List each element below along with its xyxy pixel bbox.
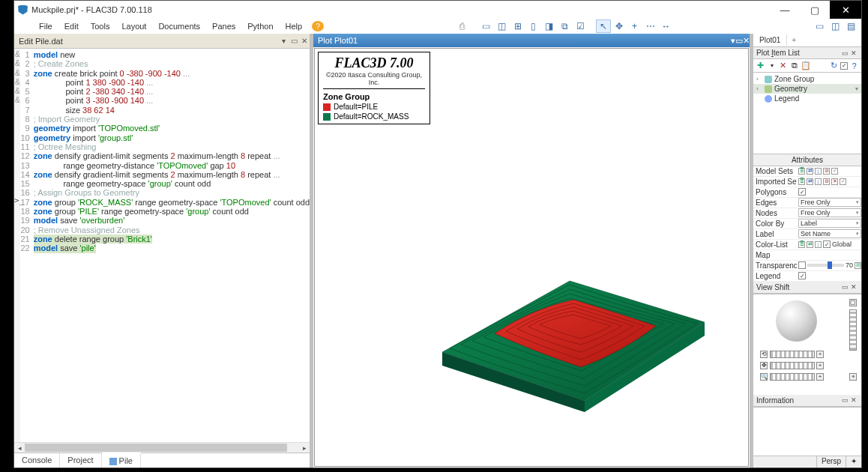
- attr-color-by[interactable]: Color ByLabel▾: [753, 219, 861, 229]
- panel-restore-icon[interactable]: ▭: [840, 283, 849, 291]
- panel-close-icon[interactable]: ✕: [849, 396, 858, 404]
- attr-imported-sets[interactable]: Imported Sets≣⇄↕⊘✕✓: [753, 177, 861, 187]
- menu-panes[interactable]: Panes: [206, 20, 241, 32]
- toolbar-more-icon[interactable]: ⋯: [643, 19, 658, 33]
- plot-tab-restore-icon[interactable]: ▭: [735, 36, 743, 46]
- view-vruler[interactable]: [849, 309, 857, 351]
- attr-transparency[interactable]: Transparency70⊞: [753, 261, 861, 271]
- tree-menu-icon[interactable]: ▾: [855, 85, 858, 92]
- scroll-right-icon[interactable]: ▸: [299, 443, 310, 453]
- rotate-plus-icon[interactable]: +: [816, 351, 824, 358]
- panel-restore-icon[interactable]: ▭: [840, 49, 849, 57]
- attr-map[interactable]: Map: [753, 250, 861, 261]
- editor-hscrollbar[interactable]: ◂ ▸: [14, 442, 310, 453]
- tab-project[interactable]: Project: [60, 453, 101, 468]
- menu-documents[interactable]: Documents: [152, 20, 206, 32]
- minimize-button[interactable]: —: [770, 1, 800, 19]
- right-tab-plot01[interactable]: Plot01: [753, 34, 787, 46]
- tab-console[interactable]: Console: [14, 453, 60, 468]
- plot-tab-close-icon[interactable]: ✕: [743, 36, 750, 46]
- panel-close-icon[interactable]: ✕: [849, 283, 858, 291]
- attr-polygons[interactable]: Polygons✓: [753, 187, 861, 198]
- view-rotate-ruler[interactable]: [770, 351, 815, 358]
- attr-color-list[interactable]: Color-List≣⇄↕✓Global: [753, 240, 861, 250]
- toolbar-layout7-icon[interactable]: ☑: [573, 19, 588, 33]
- panel-close-icon[interactable]: ✕: [849, 49, 858, 57]
- editor-tab-restore-icon[interactable]: ▭: [289, 37, 299, 45]
- help-icon[interactable]: ?: [312, 21, 324, 31]
- plot-legend: FLAC3D 7.00 ©2020 Itasca Consulting Grou…: [318, 52, 430, 124]
- code-editor[interactable]: & & & & & & 1 2 3 4 5 6 7 8 9 10 11 12 1…: [14, 49, 310, 442]
- plot-item-tree[interactable]: ›Zone Group ›Geometry▾ Legend: [753, 73, 861, 105]
- pan-plus-icon[interactable]: +: [816, 362, 824, 369]
- tool-refresh-icon[interactable]: ↻: [829, 61, 839, 70]
- information-header: Information: [756, 396, 794, 405]
- expand-icon[interactable]: ›: [756, 85, 762, 92]
- tool-delete-icon[interactable]: ✕: [778, 61, 788, 70]
- attr-legend[interactable]: Legend✓: [753, 271, 861, 282]
- tool-help-icon[interactable]: ?: [849, 61, 859, 70]
- tool-copy-icon[interactable]: ⧉: [789, 61, 799, 70]
- expand-icon[interactable]: ›: [756, 76, 762, 82]
- toolbar-layout1-icon[interactable]: ▭: [479, 19, 494, 33]
- scroll-thumb[interactable]: [25, 444, 287, 452]
- tool-paste-icon[interactable]: 📋: [801, 61, 810, 70]
- toolbar-add-icon[interactable]: +: [627, 19, 642, 33]
- toolbar-layout6-icon[interactable]: ⧉: [558, 19, 573, 33]
- plot-viewport[interactable]: FLAC3D 7.00 ©2020 Itasca Consulting Grou…: [314, 48, 749, 467]
- attr-edges[interactable]: EdgesFree Only▾: [753, 198, 861, 208]
- rotate-icon[interactable]: ⟲: [760, 351, 768, 358]
- toolbar-cursor-icon[interactable]: ↖: [596, 19, 611, 33]
- editor-tab-title[interactable]: Edit Pile.dat: [19, 37, 63, 46]
- menu-layout[interactable]: Layout: [115, 20, 152, 32]
- status-axes-icon[interactable]: ✦: [846, 456, 861, 468]
- attr-model-sets[interactable]: Model Sets≣⇄↕⊘✓: [753, 166, 861, 177]
- toolbar-layout5-icon[interactable]: ◨: [542, 19, 557, 33]
- view-zoom-ruler[interactable]: [770, 373, 815, 381]
- toolbar-print-icon[interactable]: ⎙: [455, 19, 470, 33]
- status-view-mode[interactable]: Persp: [816, 456, 846, 468]
- tool-add-icon[interactable]: ✚: [756, 61, 765, 70]
- zoom-icon[interactable]: 🔍: [760, 373, 768, 381]
- tree-geometry[interactable]: Geometry: [774, 85, 807, 93]
- menu-help[interactable]: Help: [280, 20, 309, 32]
- tool-dropdown-icon[interactable]: ▾: [767, 61, 777, 70]
- view-screenshot-icon[interactable]: ▢: [849, 299, 857, 306]
- pan-icon[interactable]: ✥: [760, 362, 768, 369]
- panel-restore-icon[interactable]: ▭: [840, 396, 849, 404]
- orbit-sphere[interactable]: [776, 300, 817, 342]
- prompt-indicator: >_: [14, 196, 24, 205]
- code-source[interactable]: model new ; Create Zones zone create bri…: [34, 49, 310, 442]
- attr-label[interactable]: LabelSet Name▾: [753, 229, 861, 240]
- close-button[interactable]: ✕: [830, 1, 861, 19]
- zoom-plus-icon[interactable]: +: [816, 373, 824, 381]
- tree-zone-group[interactable]: Zone Group: [774, 75, 814, 83]
- toolbar-layout3-icon[interactable]: ⊞: [510, 19, 525, 33]
- tree-legend[interactable]: Legend: [774, 94, 799, 103]
- plot-tab-title[interactable]: Plot Plot01: [318, 36, 358, 45]
- view-pan-ruler[interactable]: [770, 362, 815, 369]
- breakpoint-gutter[interactable]: & & & & & &: [14, 49, 20, 442]
- toolbar-pan-icon[interactable]: ✥: [612, 19, 627, 33]
- toolbar-measure-icon[interactable]: ↔: [659, 19, 674, 33]
- tool-checkbox[interactable]: ✓: [840, 62, 848, 70]
- maximize-button[interactable]: ▢: [800, 1, 830, 19]
- menu-edit[interactable]: Edit: [58, 20, 85, 32]
- toolbar-layout2-icon[interactable]: ◫: [495, 19, 510, 33]
- menu-python[interactable]: Python: [241, 20, 279, 32]
- toolbar-win3-icon[interactable]: ▤: [843, 19, 858, 33]
- tab-pile[interactable]: Pile: [102, 453, 141, 468]
- menu-file[interactable]: File: [33, 20, 58, 32]
- right-tab-add-icon[interactable]: +: [787, 34, 801, 46]
- terrain-3d[interactable]: [435, 240, 712, 412]
- scroll-left-icon[interactable]: ◂: [14, 443, 25, 453]
- view-reset-icon[interactable]: ⌖: [849, 373, 857, 381]
- editor-tab-close-icon[interactable]: ✕: [299, 37, 310, 45]
- attr-nodes[interactable]: NodesFree Only▾: [753, 208, 861, 219]
- view-shift-panel[interactable]: ▢ ⟲ + ✥ + 🔍 + ⌖: [753, 294, 861, 395]
- toolbar-layout4-icon[interactable]: ▯: [526, 19, 541, 33]
- menu-tools[interactable]: Tools: [85, 20, 116, 32]
- toolbar-win2-icon[interactable]: ◫: [828, 19, 843, 33]
- toolbar-win1-icon[interactable]: ▭: [812, 19, 827, 33]
- editor-tab-dropdown-icon[interactable]: ▾: [278, 37, 289, 45]
